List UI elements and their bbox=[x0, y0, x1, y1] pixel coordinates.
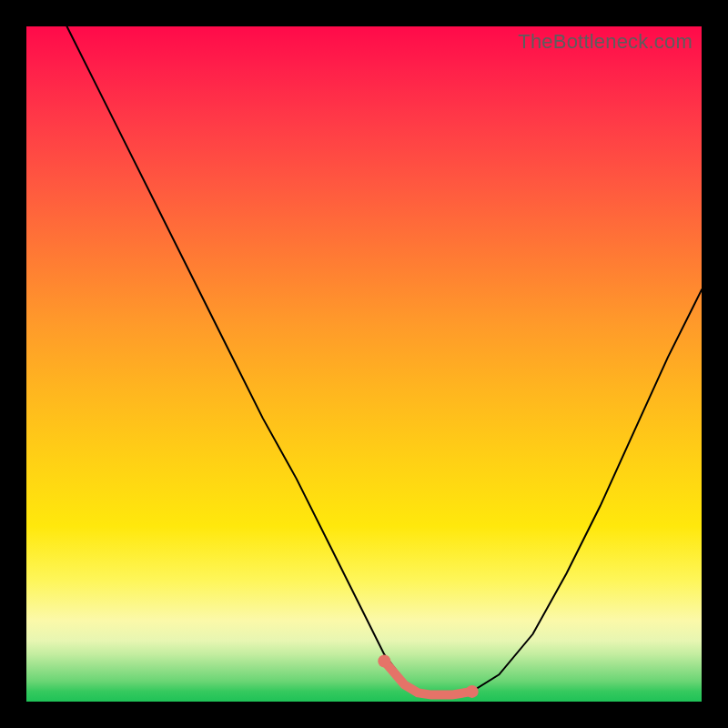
curve-line bbox=[67, 26, 703, 695]
optimal-band-line bbox=[384, 662, 471, 695]
chart-plot-area: TheBottleneck.com bbox=[26, 26, 702, 702]
chart-svg bbox=[26, 26, 702, 702]
optimal-band-endpoint bbox=[466, 685, 479, 698]
optimal-band-endpoint bbox=[378, 655, 390, 668]
chart-frame: TheBottleneck.com bbox=[0, 0, 728, 728]
